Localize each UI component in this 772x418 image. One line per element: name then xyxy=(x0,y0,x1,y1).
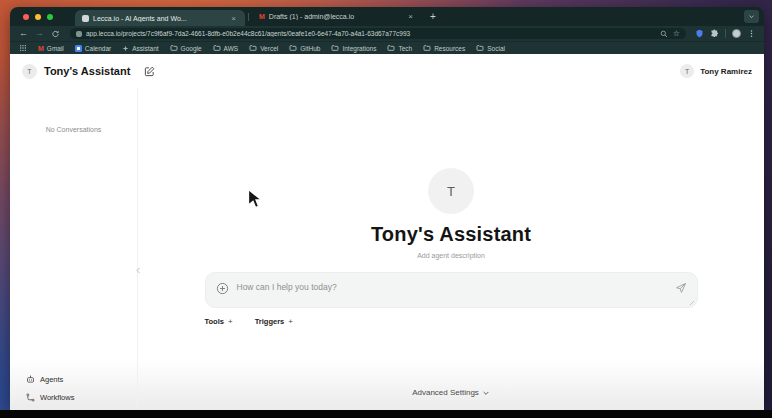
triggers-label: Triggers xyxy=(255,317,285,326)
sidebar-nav: Agents Workflows xyxy=(10,375,137,410)
browser-window: Lecca.io - AI Agents and Wo... × M Draft… xyxy=(10,7,764,410)
workflow-icon xyxy=(26,393,35,402)
collapse-sidebar-icon[interactable] xyxy=(134,266,143,275)
gmail-favicon: M xyxy=(259,13,265,20)
user-name: Tony Ramirez xyxy=(700,67,752,76)
bookmark-label: Google xyxy=(181,45,202,52)
advanced-settings-toggle[interactable]: Advanced Settings xyxy=(412,388,490,397)
bookmark-folder-resources[interactable]: Resources xyxy=(423,44,465,52)
agent-description-placeholder[interactable]: Add agent description xyxy=(417,252,485,259)
sparkle-icon xyxy=(122,45,129,52)
bookmark-star-icon[interactable]: ☆ xyxy=(673,29,680,38)
bookmark-label: Social xyxy=(487,45,505,52)
user-menu[interactable]: T Tony Ramirez xyxy=(680,64,752,78)
bookmark-label: Calendar xyxy=(85,45,111,52)
tab-close-icon[interactable]: × xyxy=(406,12,415,21)
bookmark-label: Gmail xyxy=(47,45,64,52)
bookmark-folder-vercel[interactable]: Vercel xyxy=(249,44,278,52)
bookmark-calendar[interactable]: Calendar xyxy=(75,45,111,52)
tab-separator xyxy=(248,13,249,21)
chat-input[interactable]: How can I help you today? xyxy=(205,272,698,308)
folder-icon xyxy=(249,44,257,52)
new-tab-button[interactable]: + xyxy=(430,11,436,22)
chrome-profile-avatar[interactable] xyxy=(732,29,741,38)
bookmark-folder-tech[interactable]: Tech xyxy=(387,44,412,52)
bookmark-folder-github[interactable]: GitHub xyxy=(289,44,320,52)
bookmarks-bar: M Gmail Calendar Assistant Google AWS Ve… xyxy=(10,41,764,54)
tab-lecca[interactable]: Lecca.io - AI Agents and Wo... × xyxy=(75,10,245,26)
gmail-icon: M xyxy=(38,45,44,52)
folder-icon xyxy=(213,44,221,52)
resize-handle[interactable] xyxy=(689,300,694,305)
password-shield-icon[interactable] xyxy=(695,29,704,38)
bookmark-label: Integrations xyxy=(342,45,376,52)
browser-toolbar: ← → app.lecca.io/projects/7c9f6af9-7da2-… xyxy=(10,26,764,41)
agent-name-heading: Tony's Assistant xyxy=(371,223,531,246)
edit-agent-icon[interactable] xyxy=(144,66,155,77)
window-controls xyxy=(23,14,53,20)
folder-icon xyxy=(170,44,178,52)
advanced-settings-label: Advanced Settings xyxy=(412,388,479,397)
lecca-favicon xyxy=(82,15,89,22)
back-button[interactable]: ← xyxy=(18,29,29,38)
calendar-icon xyxy=(75,45,82,52)
tools-add-button[interactable]: Tools + xyxy=(205,317,233,326)
tab-gmail-drafts[interactable]: M Drafts (1) - admin@lecca.io × xyxy=(252,9,422,24)
reload-icon[interactable] xyxy=(50,30,61,38)
forward-button[interactable]: → xyxy=(34,29,45,38)
chat-placeholder: How can I help you today? xyxy=(237,282,667,292)
lecca-app: T Tony's Assistant T Tony Ramirez No Con… xyxy=(10,54,764,410)
bookmark-label: Tech xyxy=(398,45,412,52)
zoom-icon[interactable] xyxy=(660,30,668,38)
extensions-puzzle-icon[interactable] xyxy=(710,29,719,38)
bookmark-label: AWS xyxy=(224,45,239,52)
minimize-window-button[interactable] xyxy=(35,14,41,20)
site-icon xyxy=(76,31,82,37)
app-header: T Tony's Assistant T Tony Ramirez xyxy=(10,54,764,88)
sidebar-item-agents[interactable]: Agents xyxy=(26,375,137,384)
apps-grid-icon[interactable] xyxy=(19,44,27,52)
tab-title: Lecca.io - AI Agents and Wo... xyxy=(93,15,225,22)
nav-label: Workflows xyxy=(40,393,74,402)
nav-label: Agents xyxy=(40,375,63,384)
bookmark-gmail[interactable]: M Gmail xyxy=(38,45,64,52)
plus-icon: + xyxy=(288,317,293,326)
triggers-add-button[interactable]: Triggers + xyxy=(255,317,293,326)
bookmark-folder-social[interactable]: Social xyxy=(476,44,505,52)
bookmark-assistant[interactable]: Assistant xyxy=(122,45,158,52)
menu-kebab-icon[interactable] xyxy=(747,29,756,38)
bookmark-label: Resources xyxy=(434,45,465,52)
close-window-button[interactable] xyxy=(23,14,29,20)
url-text: app.lecca.io/projects/7c9f6af9-7da2-4661… xyxy=(86,30,656,37)
sidebar-item-workflows[interactable]: Workflows xyxy=(26,393,137,402)
bookmark-folder-aws[interactable]: AWS xyxy=(213,44,239,52)
agent-title: Tony's Assistant xyxy=(44,65,130,77)
extension-area xyxy=(695,29,756,38)
bookmark-folder-integrations[interactable]: Integrations xyxy=(331,44,376,52)
tab-title: Drafts (1) - admin@lecca.io xyxy=(269,13,402,20)
bookmark-folder-google[interactable]: Google xyxy=(170,44,202,52)
agent-avatar-large: T xyxy=(428,168,474,214)
agent-main-panel: T Tony's Assistant Add agent description… xyxy=(137,88,764,410)
address-bar[interactable]: app.lecca.io/projects/7c9f6af9-7da2-4661… xyxy=(70,28,686,39)
tab-search-chevron-button[interactable] xyxy=(744,10,759,23)
folder-icon xyxy=(476,44,484,52)
bookmark-label: GitHub xyxy=(300,45,320,52)
bookmark-label: Assistant xyxy=(132,45,158,52)
letterbox-bar xyxy=(0,410,772,418)
toolbar-separator xyxy=(725,29,726,38)
chevron-down-icon xyxy=(482,389,490,397)
bookmark-label: Vercel xyxy=(260,45,278,52)
fullscreen-window-button[interactable] xyxy=(47,14,53,20)
user-avatar: T xyxy=(680,64,694,78)
bot-icon xyxy=(26,375,35,384)
chevron-down-icon xyxy=(748,13,755,20)
attach-plus-icon[interactable] xyxy=(216,282,229,295)
folder-icon xyxy=(423,44,431,52)
send-icon[interactable] xyxy=(675,282,687,294)
tab-strip: Lecca.io - AI Agents and Wo... × M Draft… xyxy=(10,7,764,26)
agent-avatar-small: T xyxy=(22,64,37,79)
no-conversations-label: No Conversations xyxy=(10,126,137,133)
conversations-sidebar: No Conversations Agents Workflows xyxy=(10,88,137,410)
tab-close-icon[interactable]: × xyxy=(229,14,238,23)
